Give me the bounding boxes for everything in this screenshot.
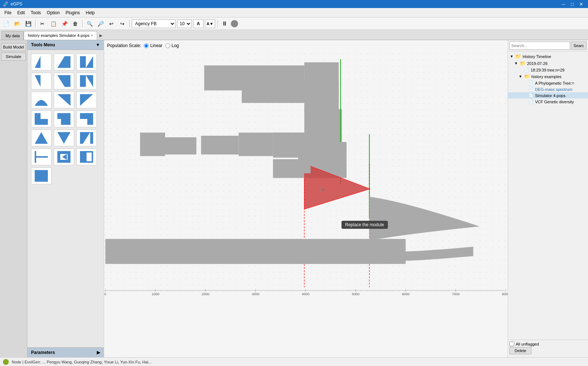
tools-menu-header[interactable]: Tools Menu ▼ xyxy=(27,40,104,50)
linear-radio-label[interactable]: Linear xyxy=(144,43,162,48)
log-radio[interactable] xyxy=(165,43,170,48)
menu-edit[interactable]: Edit xyxy=(14,9,28,16)
cut-button[interactable]: ✂ xyxy=(38,19,47,28)
tool-btn-13[interactable] xyxy=(31,130,51,146)
parameters-header[interactable]: Parameters ▶ xyxy=(27,347,104,357)
svg-rect-8 xyxy=(80,75,86,87)
zoom-in-button[interactable]: 🔍 xyxy=(85,19,94,28)
tool-btn-14[interactable] xyxy=(54,130,74,146)
tools-grid xyxy=(27,50,104,188)
linear-radio[interactable] xyxy=(144,43,149,48)
pop-scale-label: Population Scale: xyxy=(107,43,141,48)
tree-item-date[interactable]: ▼ 📁 2019-07-26 xyxy=(508,60,588,67)
tool-btn-17[interactable] xyxy=(54,149,74,165)
svg-rect-20 xyxy=(35,156,48,158)
search-button[interactable]: Searc xyxy=(571,42,587,50)
titlebar-left: 🧬 eGPS xyxy=(3,1,22,7)
record-button[interactable] xyxy=(231,20,238,27)
tool-btn-4[interactable] xyxy=(31,73,51,89)
tree-item-simulator[interactable]: 📄 Simulator 4-pops xyxy=(508,92,588,99)
tree-item-timestamp[interactable]: 📄 18:29:39 tree:n=29 xyxy=(508,67,588,73)
tool-btn-1[interactable] xyxy=(31,54,51,70)
zoom-out-button[interactable]: 🔎 xyxy=(96,19,105,28)
tool-btn-16[interactable] xyxy=(31,149,51,165)
tool-btn-8[interactable] xyxy=(54,92,74,108)
right-bottom: All unflagged Delete xyxy=(508,340,588,357)
font-family-select[interactable]: Agency FB xyxy=(132,19,176,28)
tool-btn-5[interactable] xyxy=(54,73,74,89)
svg-marker-17 xyxy=(57,132,70,144)
svg-text:2000: 2000 xyxy=(202,292,209,296)
all-unflagged-checkbox[interactable] xyxy=(509,342,514,346)
pause-button[interactable]: ⏸ xyxy=(220,19,229,28)
search-bar: Searc xyxy=(508,40,588,51)
minimize-button[interactable]: ─ xyxy=(560,0,568,8)
tool-btn-7[interactable] xyxy=(31,92,51,108)
tree-label-history-examples: history examples xyxy=(531,74,562,79)
tool-btn-12[interactable] xyxy=(76,111,97,127)
tree-item-phylogenetic[interactable]: 📄 A Phylogenetic Tree:= xyxy=(508,80,588,86)
copy-button[interactable]: 📋 xyxy=(49,19,58,28)
tool-btn-11[interactable] xyxy=(54,111,74,127)
log-label: Log xyxy=(172,43,179,48)
svg-rect-51 xyxy=(105,239,405,264)
save-button[interactable]: 💾 xyxy=(23,19,33,28)
svg-rect-15 xyxy=(87,119,93,125)
canvas-area[interactable]: Population Scale: Linear Log xyxy=(104,40,508,357)
tool-btn-18[interactable] xyxy=(76,149,97,165)
open-button[interactable]: 📂 xyxy=(12,19,22,28)
maximize-button[interactable]: □ xyxy=(568,0,576,8)
tree-item-history-timeline[interactable]: ▼ 📁 History Timeline xyxy=(508,53,588,60)
parameters-label: Parameters xyxy=(31,350,55,355)
svg-text:6000: 6000 xyxy=(402,292,409,296)
diagram-canvas[interactable]: ✛ 0 1000 2000 3000 xyxy=(104,53,508,357)
status-icon xyxy=(3,359,9,365)
tool-btn-10[interactable] xyxy=(31,111,51,127)
tree-label-simulator: Simulator 4-pops xyxy=(535,93,565,98)
paste-button[interactable]: 📌 xyxy=(60,19,69,28)
build-model-button[interactable]: Build Model xyxy=(1,43,26,51)
toolbar: 📄 📂 💾 ✂ 📋 📌 🗑 🔍 🔎 ↩ ↪ Agency FB 10 A A▼ … xyxy=(0,18,588,30)
sep4 xyxy=(217,20,218,27)
tree-item-deg[interactable]: 📄 DEG-mass spectrum xyxy=(508,86,588,92)
delete-button-right[interactable]: Delete xyxy=(509,347,531,354)
font-size-select[interactable]: 10 xyxy=(177,19,192,28)
tree-item-vcf[interactable]: 📄 VCF Genetic diversity xyxy=(508,99,588,105)
tool-btn-19[interactable] xyxy=(31,167,51,184)
log-radio-label[interactable]: Log xyxy=(165,43,179,48)
tab-arrow[interactable]: ▶ xyxy=(97,31,104,40)
tool-btn-15[interactable] xyxy=(76,130,97,146)
all-unflagged-row: All unflagged xyxy=(509,342,587,346)
tool-btn-2[interactable] xyxy=(54,54,74,70)
svg-marker-4 xyxy=(86,56,93,68)
status-text: Node | EvolGen: ... Pengyu Wang, Guoqing… xyxy=(12,360,152,364)
tab-close-icon[interactable]: × xyxy=(91,34,93,38)
font-bold-button[interactable]: A xyxy=(193,19,203,28)
svg-text:7000: 7000 xyxy=(452,292,460,296)
tab-simulator[interactable]: history examples Simulator 4-pops × xyxy=(24,31,97,40)
menu-file[interactable]: File xyxy=(1,9,14,16)
doc-icon-deg: 📄 xyxy=(528,87,534,92)
tools-panel: Tools Menu ▼ xyxy=(27,40,104,357)
menu-tools[interactable]: Tools xyxy=(28,9,44,16)
new-button[interactable]: 📄 xyxy=(1,19,11,28)
close-button[interactable]: ✕ xyxy=(577,0,585,8)
search-input[interactable] xyxy=(509,42,570,50)
expand-icon-ts xyxy=(518,68,523,72)
tree-item-history-examples[interactable]: ▼ 📁 history examples xyxy=(508,73,588,80)
menu-plugins[interactable]: Plugins xyxy=(62,9,83,16)
menu-option[interactable]: Option xyxy=(44,9,62,16)
tab-my-data[interactable]: My data xyxy=(1,31,24,40)
redo-button[interactable]: ↪ xyxy=(118,19,127,28)
undo-button[interactable]: ↩ xyxy=(107,19,116,28)
right-panel: Searc ▼ 📁 History Timeline ▼ 📁 2019-07-2… xyxy=(508,40,588,357)
delete-button[interactable]: 🗑 xyxy=(70,19,80,28)
tool-btn-3[interactable] xyxy=(76,54,97,70)
font-color-button[interactable]: A▼ xyxy=(205,19,215,28)
simulate-button[interactable]: Simulate xyxy=(1,53,26,61)
tool-btn-9[interactable] xyxy=(76,92,97,108)
menu-help[interactable]: Help xyxy=(83,9,98,16)
svg-rect-2 xyxy=(65,56,70,68)
sep2 xyxy=(82,20,83,27)
tool-btn-6[interactable] xyxy=(76,73,97,89)
